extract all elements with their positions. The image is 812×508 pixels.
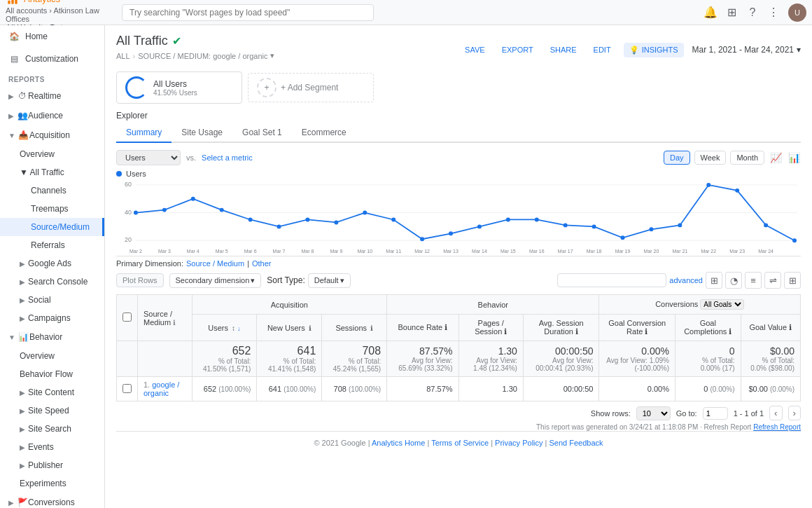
export-button[interactable]: EXPORT	[498, 43, 538, 57]
sort-type-select[interactable]: Default ▾	[308, 273, 351, 288]
insights-button[interactable]: 💡 INSIGHTS	[624, 43, 684, 57]
sidebar-sub-social[interactable]: ▶ Social	[0, 291, 104, 309]
page-input[interactable]	[703, 407, 728, 420]
rows-per-page-select[interactable]: 10 25 50 100	[636, 406, 671, 420]
th-pages-session[interactable]: Pages / Session ℹ	[458, 315, 523, 341]
table-pivot-icon[interactable]: ⊞	[784, 272, 801, 289]
vs-label: vs.	[186, 153, 196, 162]
period-day-button[interactable]: Day	[664, 151, 690, 165]
sidebar-sub-events[interactable]: ▶ Events	[0, 438, 104, 456]
tab-ecommerce[interactable]: Ecommerce	[292, 123, 356, 143]
sidebar-item-conversions[interactable]: ▶ 🚩 Conversions	[0, 493, 104, 508]
search-bar[interactable]	[122, 4, 693, 21]
table-pie-icon[interactable]: ◔	[725, 272, 742, 289]
feedback-link[interactable]: Send Feedback	[550, 439, 603, 447]
th-avg-duration[interactable]: Avg. Session Duration ℹ	[523, 315, 599, 341]
th-goal-comp[interactable]: Goal Completions ℹ	[676, 315, 741, 341]
table-grid-icon[interactable]: ⊞	[706, 272, 722, 289]
apps-icon[interactable]: ⊞	[725, 6, 738, 19]
segment-bar: All Users 41.50% Users + + Add Segment	[116, 71, 801, 104]
legend-dot	[116, 171, 122, 177]
sidebar-item-realtime[interactable]: ▶ ⏱ Realtime	[0, 86, 104, 106]
th-bounce-rate[interactable]: Bounce Rate ℹ	[387, 315, 458, 341]
search-input[interactable]	[122, 4, 374, 21]
svg-point-18	[391, 218, 396, 222]
sidebar-sub-referrals[interactable]: Referrals	[0, 236, 104, 254]
sidebar-item-acquisition[interactable]: ▼ 📥 Acquisition	[0, 125, 104, 145]
sidebar-sub-publisher[interactable]: ▶ Publisher	[0, 456, 104, 474]
table-search-input[interactable]	[557, 273, 666, 287]
sidebar-sub-treemaps[interactable]: Treemaps	[0, 200, 104, 218]
header-actions: SAVE EXPORT SHARE EDIT 💡 INSIGHTS Mar 1,…	[461, 43, 801, 57]
content-area: All Traffic ✔ ALL › SOURCE / MEDIUM: goo…	[105, 25, 812, 508]
breadcrumb-chevron-icon[interactable]: ▾	[270, 51, 274, 60]
secondary-dimension-select[interactable]: Secondary dimension ▾	[169, 273, 262, 288]
help-icon[interactable]: ?	[746, 6, 759, 19]
th-goal-conv[interactable]: Goal Conversion Rate ℹ	[599, 315, 676, 341]
more-icon[interactable]: ⋮	[767, 6, 780, 19]
segment-all-users[interactable]: All Users 41.50% Users	[116, 71, 242, 104]
source-medium-link[interactable]: Source / Medium	[186, 259, 244, 268]
other-dim-link[interactable]: Other	[252, 259, 272, 268]
table-list-icon[interactable]: ≡	[745, 272, 762, 289]
th-users[interactable]: Users ↕ ↓	[192, 315, 257, 341]
select-metric[interactable]: Select a metric	[202, 153, 253, 162]
next-page-button[interactable]: ›	[788, 406, 801, 420]
terms-link[interactable]: Terms of Service	[431, 439, 489, 447]
table-compare-icon[interactable]: ⇌	[764, 272, 781, 289]
prev-page-button[interactable]: ‹	[769, 406, 782, 420]
bar-chart-icon[interactable]: 📊	[787, 151, 801, 165]
th-source-medium[interactable]: Source / Medium ℹ	[138, 295, 192, 341]
sidebar-sub-source-medium[interactable]: Source/Medium	[0, 218, 104, 236]
period-month-button[interactable]: Month	[730, 151, 764, 165]
sidebar-sub-site-search[interactable]: ▶ Site Search	[0, 420, 104, 438]
th-goal-value[interactable]: Goal Value ℹ	[741, 315, 800, 341]
row-checkbox[interactable]	[122, 384, 132, 393]
sidebar-item-home[interactable]: 🏠 Home	[0, 25, 104, 48]
notification-icon[interactable]: 🔔	[704, 6, 717, 19]
row-duration: 00:00:50	[523, 377, 599, 401]
refresh-report-link[interactable]: Refresh Report	[753, 423, 801, 431]
select-all-checkbox[interactable]	[122, 313, 132, 322]
sidebar-sub-experiments[interactable]: Experiments	[0, 474, 104, 493]
page-title: All Traffic ✔	[116, 34, 181, 48]
sidebar-sub-b-overview[interactable]: Overview	[0, 347, 104, 365]
tab-site-usage[interactable]: Site Usage	[172, 123, 232, 143]
advanced-link[interactable]: advanced	[669, 276, 703, 284]
date-range-selector[interactable]: Mar 1, 2021 - Mar 24, 2021 ▾	[692, 45, 801, 55]
plot-rows-button[interactable]: Plot Rows	[116, 273, 164, 287]
sidebar-sub-google-ads[interactable]: ▶ Google Ads	[0, 254, 104, 273]
edit-button[interactable]: EDIT	[589, 43, 615, 57]
sidebar-sub-all-traffic[interactable]: ▼ All Traffic	[0, 163, 104, 181]
th-new-users[interactable]: New Users ℹ	[257, 315, 322, 341]
breadcrumb-all[interactable]: ALL	[116, 52, 130, 60]
sidebar-sub-behavior-flow[interactable]: Behavior Flow	[0, 365, 104, 383]
sidebar-sub-overview[interactable]: Overview	[0, 145, 104, 163]
avatar[interactable]: U	[788, 4, 806, 22]
sidebar-sub-site-content[interactable]: ▶ Site Content	[0, 383, 104, 401]
save-button[interactable]: SAVE	[461, 43, 489, 57]
sidebar-sub-campaigns[interactable]: ▶ Campaigns	[0, 309, 104, 327]
sidebar-item-customization[interactable]: ▤ Customization	[0, 48, 104, 70]
period-week-button[interactable]: Week	[694, 151, 727, 165]
conversions-goals-select[interactable]: All Goals	[700, 299, 744, 310]
sidebar-sub-search-console[interactable]: ▶ Search Console	[0, 273, 104, 291]
sidebar-item-audience[interactable]: ▶ 👥 Audience	[0, 106, 104, 125]
analytics-home-link[interactable]: Analytics Home	[372, 439, 425, 447]
sidebar-sub-channels[interactable]: Channels	[0, 181, 104, 200]
tab-summary[interactable]: Summary	[116, 123, 172, 143]
top-bar-icons: 🔔 ⊞ ? ⋮ U	[704, 4, 806, 22]
th-sessions[interactable]: Sessions ℹ	[322, 315, 387, 341]
add-segment-button[interactable]: + + Add Segment	[248, 73, 374, 102]
svg-point-32	[792, 238, 797, 242]
share-button[interactable]: SHARE	[546, 43, 581, 57]
date-chevron-icon: ▾	[797, 45, 801, 55]
tab-goal-set-1[interactable]: Goal Set 1	[232, 123, 292, 143]
metric-select[interactable]: Users Sessions New Users	[116, 150, 181, 165]
sidebar-item-behavior[interactable]: ▼ 📊 Behavior	[0, 327, 104, 347]
breadcrumb-source[interactable]: SOURCE / MEDIUM: google / organic	[138, 52, 267, 60]
line-chart-icon[interactable]: 📈	[769, 151, 783, 165]
sidebar-sub-site-speed[interactable]: ▶ Site Speed	[0, 401, 104, 420]
analytics-logo[interactable]: Analytics	[6, 0, 111, 6]
privacy-link[interactable]: Privacy Policy	[495, 439, 542, 447]
